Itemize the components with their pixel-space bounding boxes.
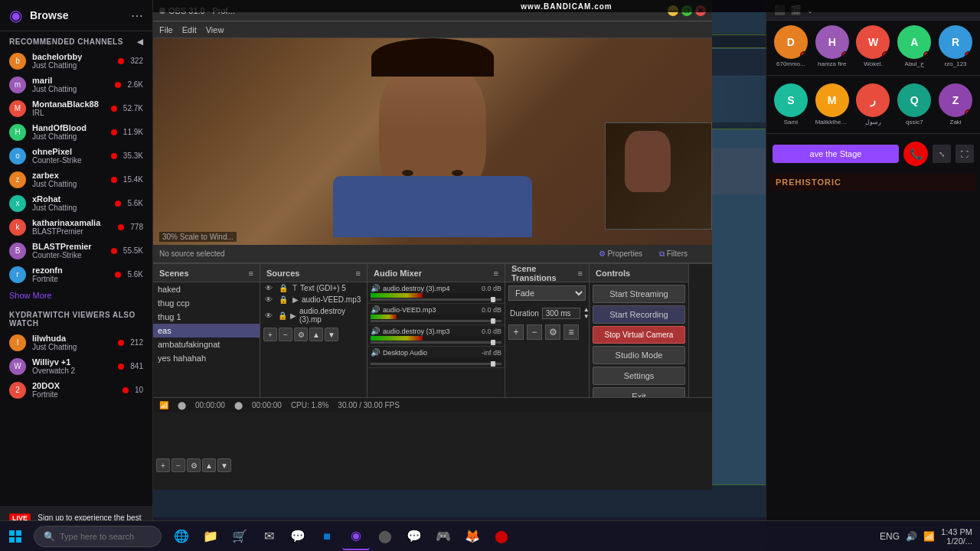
browse-label[interactable]: Browse <box>30 9 69 21</box>
discord-user2-0[interactable]: S Sami <box>771 83 811 126</box>
sidebar-channel-blastpremier[interactable]: B BLASTPremier Counter-Strike 55.5K <box>0 239 152 262</box>
source-item[interactable]: 👁 🔒 ▶ audio.destroy (3).mp <box>260 305 367 325</box>
taskbar-twitch-icon[interactable]: ◉ <box>342 523 370 550</box>
sidebar-channel-zarbex[interactable]: z zarbex Just Chatting 15.4K <box>0 168 152 191</box>
scenes-panel-menu[interactable]: ≡ <box>249 269 253 278</box>
studio-mode-btn[interactable]: Studio Mode <box>593 346 685 364</box>
taskbar-firefox-icon[interactable]: 🦊 <box>459 523 486 550</box>
source-lock-btn[interactable]: 🔒 <box>279 284 289 292</box>
settings-btn[interactable]: Settings <box>593 367 685 385</box>
add-transition-btn[interactable]: + <box>508 324 524 340</box>
audio-mute-btn[interactable]: 🔊 <box>371 327 380 335</box>
sidebar-channel-maril[interactable]: m maril Just Chatting 2.6K <box>0 73 152 96</box>
taskbar-red-circle[interactable]: ⬤ <box>488 523 515 550</box>
scene-item-ambatufakingnat[interactable]: ambatufakingnat <box>153 337 260 351</box>
source-lock-btn[interactable]: 🔒 <box>279 295 289 304</box>
save-stage-btn[interactable]: ave the Stage <box>773 145 899 163</box>
taskbar-search-input[interactable] <box>60 532 152 541</box>
transition-settings-btn[interactable]: ⚙ <box>545 324 560 340</box>
taskbar-search[interactable]: 🔍 <box>34 526 162 547</box>
channel-name: xRohat <box>32 194 109 204</box>
source-up-btn[interactable]: ▲ <box>309 328 323 341</box>
discord-user-1[interactable]: H hamza fire <box>812 25 852 67</box>
remove-source-btn[interactable]: − <box>279 328 292 341</box>
duration-input[interactable] <box>542 308 580 319</box>
obs-menu-file[interactable]: File <box>159 25 173 34</box>
source-visibility-btn[interactable]: 👁 <box>265 311 275 320</box>
taskbar-discord-icon[interactable]: 💬 <box>400 523 428 550</box>
also-watch-channel-lilwhuda[interactable]: l lilwhuda Just Chatting 212 <box>0 331 152 354</box>
source-visibility-btn[interactable]: 👁 <box>265 284 276 292</box>
transition-type-select[interactable]: Fade <box>508 285 586 301</box>
add-source-btn[interactable]: + <box>263 328 277 341</box>
volume-slider-thumb[interactable] <box>491 340 495 345</box>
source-settings-btn[interactable]: ⚙ <box>294 328 308 341</box>
scene-item-thug 1[interactable]: thug 1 <box>153 310 260 324</box>
taskbar-volume-icon[interactable]: 🔊 <box>906 531 917 542</box>
scene-item-yes hahahah[interactable]: yes hahahah <box>153 351 260 365</box>
also-watch-channel-williyv +1[interactable]: W Williyv +1 Overwatch 2 841 <box>0 354 152 378</box>
scene-item-thug ccp[interactable]: thug ccp <box>153 296 260 310</box>
taskbar-steam-icon[interactable]: 🎮 <box>430 523 457 550</box>
properties-btn[interactable]: ⚙ Properties <box>599 249 648 258</box>
source-visibility-btn[interactable]: 👁 <box>265 295 276 304</box>
sidebar-channel-rezonfn[interactable]: r rezonfn Fortnite 5.6K <box>0 262 152 286</box>
obs-menu-edit[interactable]: Edit <box>182 25 197 34</box>
taskbar-chrome-icon[interactable]: 🌐 <box>168 523 195 550</box>
sidebar-channel-bachelorbby[interactable]: b bachelorbby Just Chatting 322 <box>0 49 152 73</box>
start-recording-btn[interactable]: Start Recording <box>593 305 685 324</box>
source-down-btn[interactable]: ▼ <box>325 328 338 341</box>
show-more-btn[interactable]: Show More <box>0 286 152 305</box>
channel-info: HandOfBlood Just Chatting <box>32 123 105 141</box>
stop-virtual-camera-btn[interactable]: Stop Virtual Camera <box>593 326 685 344</box>
discord-user-4[interactable]: R rzo_123 <box>936 25 975 67</box>
duration-up-btn[interactable]: ▲▼ <box>583 306 590 320</box>
discord-user-3[interactable]: A Abul_خ <box>894 25 934 67</box>
discord-user2-4[interactable]: Z Zaki <box>936 83 975 126</box>
scene-item-haked[interactable]: haked <box>153 282 260 296</box>
expand-btn[interactable]: ⤡ <box>933 145 951 163</box>
taskbar-network-icon[interactable]: 📶 <box>923 531 935 542</box>
volume-slider-thumb[interactable] <box>491 318 495 324</box>
start-streaming-btn[interactable]: Start Streaming <box>593 285 685 303</box>
taskbar-obs-icon[interactable]: ⬤ <box>371 523 399 550</box>
more-options-icon[interactable]: ⋯ <box>131 8 143 23</box>
scene-item-eas[interactable]: eas <box>153 324 260 337</box>
discord-user2-3[interactable]: Q qssic7 <box>894 83 934 126</box>
remove-transition-btn[interactable]: − <box>527 324 542 340</box>
discord-user2-2[interactable]: ر رسول <box>854 83 893 126</box>
sidebar-channel-montanablack88[interactable]: M MontanaBlack88 IRL 52.7K <box>0 96 152 120</box>
filters-btn[interactable]: ⧉ Filters <box>659 249 694 259</box>
audio-mixer-menu[interactable]: ≡ <box>494 269 498 278</box>
discord-user-0[interactable]: D 670mmo... <box>771 25 811 67</box>
source-item[interactable]: 👁 🔒 ▶ audio-VEED.mp3 <box>260 294 367 305</box>
taskbar-teams-icon[interactable]: 💬 <box>284 523 312 550</box>
source-item[interactable]: 👁 🔒 T Text (GDI+) 5 <box>260 282 367 294</box>
obs-menu-view[interactable]: View <box>206 25 224 34</box>
sidebar-channel-xrohat[interactable]: x xRohat Just Chatting 5.6K <box>0 191 152 215</box>
transition-menu-btn[interactable]: ≡ <box>564 324 579 340</box>
discord-user-2[interactable]: W Wokel. <box>854 25 893 67</box>
audio-mute-btn[interactable]: 🔊 <box>371 284 380 292</box>
taskbar-vsc-icon[interactable]: ■ <box>313 523 341 550</box>
transitions-menu[interactable]: ≡ <box>578 269 583 278</box>
volume-slider-thumb[interactable] <box>491 361 495 367</box>
red-action-btn[interactable]: 📞 <box>903 142 928 166</box>
discord-user2-1[interactable]: M Malikkthered... <box>812 83 852 126</box>
sidebar-channel-katharinaxamalia[interactable]: k katharinaxamalia BLASTPremier 778 <box>0 215 152 239</box>
also-watch-channel-20dox[interactable]: 2 20DOX Fortnite 10 <box>0 378 152 402</box>
taskbar-mail-icon[interactable]: ✉ <box>255 523 283 550</box>
audio-mute-btn[interactable]: 🔊 <box>371 305 380 314</box>
taskbar-folder-icon[interactable]: 📁 <box>197 523 224 550</box>
audio-mute-btn[interactable]: 🔊 <box>371 348 380 357</box>
volume-slider-thumb[interactable] <box>491 297 495 302</box>
windows-start-btn[interactable] <box>0 521 31 552</box>
taskbar-store-icon[interactable]: 🛒 <box>226 523 253 550</box>
exit-btn[interactable]: Exit <box>593 387 685 397</box>
sidebar-channel-handofblood[interactable]: H HandOfBlood Just Chatting 11.9K <box>0 120 152 144</box>
fullscreen-btn[interactable]: ⛶ <box>956 145 974 163</box>
taskbar-time[interactable]: 1:43 PM 1/20/... <box>941 527 972 546</box>
sidebar-channel-ohnepixel[interactable]: o ohnePixel Counter-Strike 35.3K <box>0 144 152 168</box>
sources-panel-menu[interactable]: ≡ <box>356 269 361 278</box>
source-lock-btn[interactable]: 🔒 <box>278 311 288 320</box>
